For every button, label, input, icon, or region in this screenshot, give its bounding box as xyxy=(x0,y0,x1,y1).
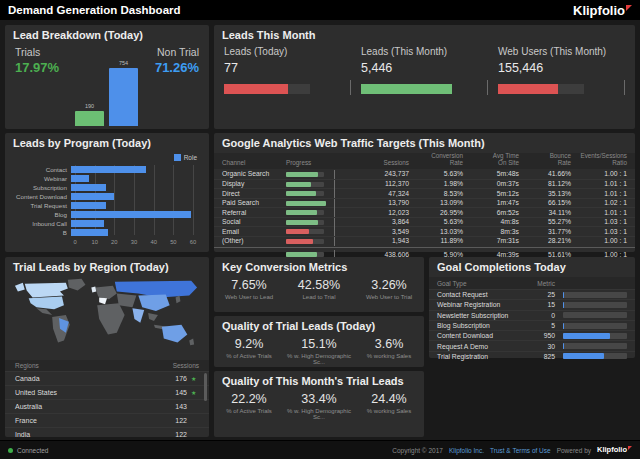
trials-label: Trials xyxy=(15,46,59,58)
trend-star-icon: ★ xyxy=(191,389,199,396)
avg-time-cell: 8m:3s xyxy=(463,228,519,235)
company-link[interactable]: Klipfolio Inc. xyxy=(449,447,484,454)
kpi-label: % w. High Demographic Sc... xyxy=(284,353,354,365)
leads-month-row: Leads (Today)77Leads (This Month)5,446We… xyxy=(214,43,635,110)
goal-type-cell: Contact Request xyxy=(437,291,525,298)
conversion-cell: 11.89% xyxy=(409,237,463,244)
kpi-value: 7.65% xyxy=(214,278,284,292)
metric-cell: 25 xyxy=(525,291,563,298)
connection-status: Connected xyxy=(8,447,48,454)
progress-track xyxy=(563,312,627,318)
bar-cell xyxy=(563,302,627,308)
map-japan xyxy=(176,295,181,303)
avg-time-cell: 4m:8s xyxy=(463,218,519,225)
terms-link[interactable]: Trust & Terms of Use xyxy=(490,447,551,454)
progress-fill xyxy=(286,229,309,234)
kpi-web-user-to-trial: 3.26% Web User to Trial xyxy=(354,278,424,300)
kpi-value: 15.1% xyxy=(284,337,354,351)
progress-fill xyxy=(361,84,452,94)
progress-track xyxy=(286,210,324,215)
powered-by-label: Powered by xyxy=(557,447,591,454)
channel-cell: Social xyxy=(222,218,286,225)
x-tick-label: 50 xyxy=(170,239,176,245)
sessions-cell: 47,324 xyxy=(358,190,409,197)
region-table-body: Canada176★United States145★Australia143F… xyxy=(5,371,209,441)
kpi-label: % of Active Trials xyxy=(214,353,284,359)
bar-value-label: 754 xyxy=(109,60,138,66)
goal-table-body: Contact Request25Webinar Registration15N… xyxy=(429,289,635,361)
map-canada xyxy=(25,283,68,298)
sessions-cell: 122 xyxy=(175,431,191,438)
klipfolio-logo-small[interactable]: Klipfolio xyxy=(597,446,632,454)
column-bar: 190 xyxy=(75,111,104,126)
table-row: India122 xyxy=(5,427,209,441)
col-regions: Regions xyxy=(15,362,173,369)
progress-fill xyxy=(286,172,318,177)
panel-trial-leads-region: Trial Leads by Region (Today) xyxy=(5,257,209,437)
kpi-value: 3.6% xyxy=(354,337,424,351)
progress-cell xyxy=(286,190,358,196)
region-cell: India xyxy=(15,431,175,438)
kpi-value: 42.58% xyxy=(284,278,354,292)
ga-table-header: Channel Progress Sessions Conversion Rat… xyxy=(214,153,635,169)
sessions-cell: 243,737 xyxy=(358,170,409,177)
channel-cell: Organic Search xyxy=(222,170,286,177)
progress-cell xyxy=(286,171,358,177)
col-conversion: Conversion Rate xyxy=(409,153,463,167)
progress-fill xyxy=(286,201,326,206)
col-sessions: Sessions xyxy=(358,160,409,167)
ratio-cell: 1.03 : 1 xyxy=(571,218,627,225)
region-table-header: Regions Sessions xyxy=(5,360,209,371)
kpi-value: 9.2% xyxy=(214,337,284,351)
kpi-value: 33.4% xyxy=(284,392,354,406)
panel-title: Quality of Trial Leads (Today) xyxy=(214,316,424,334)
region-cell: Canada xyxy=(15,375,175,382)
sessions-cell: 122 xyxy=(175,417,191,424)
table-row: Australia143 xyxy=(5,399,209,413)
map-africa xyxy=(97,303,124,334)
kpi-label: % of Active Trials xyxy=(214,408,284,414)
non-trial-stat: Non Trial 71.26% xyxy=(155,46,199,75)
conversion-cell: 5.63% xyxy=(409,218,463,225)
klipfolio-logo[interactable]: Klipfolio xyxy=(573,4,632,17)
metric-column: Web Users (This Month)155,446 xyxy=(498,46,635,110)
progress-fill xyxy=(286,210,317,215)
progress-cell xyxy=(286,238,358,244)
scrollbar-thumb[interactable] xyxy=(204,373,207,401)
avg-time-cell: 7m:31s xyxy=(463,237,519,244)
bar-row: Contact xyxy=(13,165,197,174)
trials-stat: Trials 17.97% xyxy=(15,46,59,75)
kpi-high-demographic: 15.1% % w. High Demographic Sc... xyxy=(284,337,354,365)
x-tick-label: 0 xyxy=(73,239,76,245)
table-row: Email3,54913.03%8m:3s31.77%1.03 : 1 xyxy=(214,226,635,236)
progress-fill xyxy=(286,191,316,196)
progress-fill xyxy=(563,323,564,329)
metric-cell: 30 xyxy=(525,343,563,350)
table-row: Paid Search13,79013.09%1m:47s66.15%1.02 … xyxy=(214,198,635,208)
progress-track xyxy=(286,220,324,225)
kpi-label: Web User to Lead xyxy=(214,294,284,300)
h-bar xyxy=(71,229,108,236)
map-alaska xyxy=(15,283,25,292)
map-china xyxy=(138,294,169,311)
panel-title: Lead Breakdown (Today) xyxy=(5,25,209,43)
progress-track xyxy=(286,229,324,234)
panel-title: Leads by Program (Today) xyxy=(5,133,209,151)
map-greenland xyxy=(68,279,86,291)
col-ratio: Events/Sessions Ratio xyxy=(571,153,627,167)
legend-label: Role xyxy=(184,154,197,161)
kpi-active-trials: 9.2% % of Active Trials xyxy=(214,337,284,365)
target-tick xyxy=(350,80,351,95)
bar-area xyxy=(71,219,197,228)
h-bar xyxy=(71,184,106,191)
legend-swatch-icon xyxy=(174,154,181,161)
bar-area xyxy=(71,165,197,174)
panel-lead-breakdown: Lead Breakdown (Today) Trials 17.97% Non… xyxy=(5,25,209,129)
x-tick-label: 40 xyxy=(150,239,156,245)
region-cell: Australia xyxy=(15,403,175,410)
progress-fill xyxy=(563,343,564,349)
dashboard-title: Demand Generation Dashboard xyxy=(8,4,181,16)
connected-label: Connected xyxy=(17,447,48,454)
metric-label: Leads (This Month) xyxy=(361,46,498,57)
panel-title: Quality of This Month's Trial Leads xyxy=(214,371,424,389)
